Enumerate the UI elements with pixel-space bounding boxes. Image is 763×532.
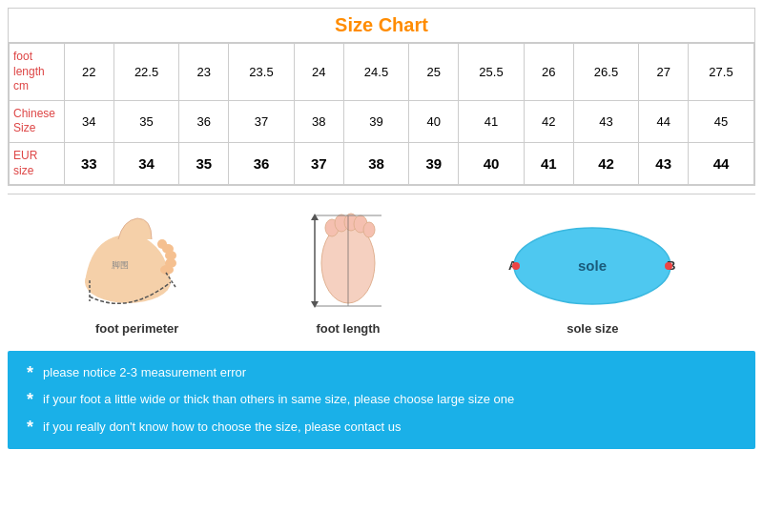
cell-r1-c2: 36 [179, 100, 229, 142]
info-text-1: please notice 2-3 measurement error [43, 364, 246, 381]
star-icon-1: * [27, 364, 33, 381]
size-table: footlengthcm2222.52323.52424.52525.52626… [9, 43, 754, 185]
foot-length-image [296, 211, 401, 316]
cell-r2-c5: 38 [343, 142, 409, 184]
cell-r0-c2: 23 [179, 44, 229, 101]
row-header-0: footlengthcm [10, 44, 65, 101]
cell-r0-c10: 27 [639, 44, 689, 101]
sole-size-label: sole size [567, 321, 618, 336]
cell-r0-c0: 22 [65, 44, 114, 101]
cell-r0-c1: 22.5 [113, 44, 179, 101]
cell-r2-c3: 36 [229, 142, 295, 184]
foot-perimeter-diagram: 脚围 foot perimeter [75, 211, 199, 336]
info-text-2: if your foot a little wide or thick than… [43, 391, 514, 408]
cell-r0-c6: 25 [409, 44, 459, 101]
svg-text:脚围: 脚围 [112, 260, 129, 270]
cell-r0-c4: 24 [294, 44, 343, 101]
cell-r2-c7: 40 [459, 142, 525, 184]
cell-r1-c4: 38 [294, 100, 343, 142]
cell-r2-c6: 39 [409, 142, 459, 184]
cell-r1-c10: 44 [639, 100, 689, 142]
cell-r1-c11: 45 [689, 100, 754, 142]
cell-r1-c7: 41 [459, 100, 525, 142]
cell-r1-c5: 39 [343, 100, 409, 142]
info-item-1: * please notice 2-3 measurement error [27, 364, 736, 381]
svg-point-14 [363, 222, 375, 237]
cell-r0-c7: 25.5 [459, 44, 525, 101]
cell-r2-c9: 42 [573, 142, 639, 184]
cell-r2-c1: 34 [113, 142, 179, 184]
star-icon-2: * [27, 391, 33, 408]
cell-r1-c9: 43 [573, 100, 639, 142]
cell-r0-c5: 24.5 [343, 44, 409, 101]
svg-marker-19 [311, 214, 319, 220]
foot-perimeter-image: 脚围 [75, 211, 199, 316]
cell-r0-c3: 23.5 [229, 44, 295, 101]
size-chart-section: Size Chart footlengthcm2222.52323.52424.… [8, 8, 755, 186]
foot-length-label: foot length [316, 321, 380, 336]
row-header-1: ChineseSize [10, 100, 65, 142]
diagram-section: 脚围 foot perimeter [8, 194, 755, 351]
table-row-0: footlengthcm2222.52323.52424.52525.52626… [10, 44, 754, 101]
cell-r2-c4: 37 [294, 142, 343, 184]
cell-r2-c0: 33 [65, 142, 114, 184]
table-row-1: ChineseSize343536373839404142434445 [10, 100, 754, 142]
cell-r1-c1: 35 [113, 100, 179, 142]
cell-r0-c8: 26 [524, 44, 573, 101]
cell-r1-c0: 34 [65, 100, 114, 142]
cell-r2-c8: 41 [524, 142, 573, 184]
foot-perimeter-label: foot perimeter [95, 321, 178, 336]
info-item-2: * if your foot a little wide or thick th… [27, 391, 736, 408]
info-item-3: * if you really don't know how to choose… [27, 419, 736, 436]
info-section: * please notice 2-3 measurement error * … [8, 351, 755, 449]
table-row-2: EURsize333435363738394041424344 [10, 142, 754, 184]
cell-r1-c6: 40 [409, 100, 459, 142]
info-text-3: if you really don't know how to choose t… [43, 419, 401, 436]
cell-r2-c10: 43 [639, 142, 689, 184]
foot-length-diagram: foot length [296, 211, 401, 336]
cell-r1-c8: 42 [524, 100, 573, 142]
svg-point-5 [157, 239, 167, 249]
cell-r1-c3: 37 [229, 100, 295, 142]
chart-title: Size Chart [9, 9, 754, 43]
star-icon-3: * [27, 419, 33, 436]
svg-marker-20 [311, 301, 319, 308]
row-header-2: EURsize [10, 142, 65, 184]
cell-r0-c11: 27.5 [689, 44, 754, 101]
svg-point-24 [512, 262, 520, 270]
sole-size-diagram: A B sole sole size [497, 211, 688, 336]
size-chart-container: Size Chart footlengthcm2222.52323.52424.… [0, 8, 763, 449]
svg-point-25 [665, 262, 672, 270]
cell-r0-c9: 26.5 [573, 44, 639, 101]
cell-r2-c2: 35 [179, 142, 229, 184]
svg-text:sole: sole [578, 257, 607, 274]
cell-r2-c11: 44 [689, 142, 754, 184]
sole-size-image: A B sole [497, 211, 688, 316]
